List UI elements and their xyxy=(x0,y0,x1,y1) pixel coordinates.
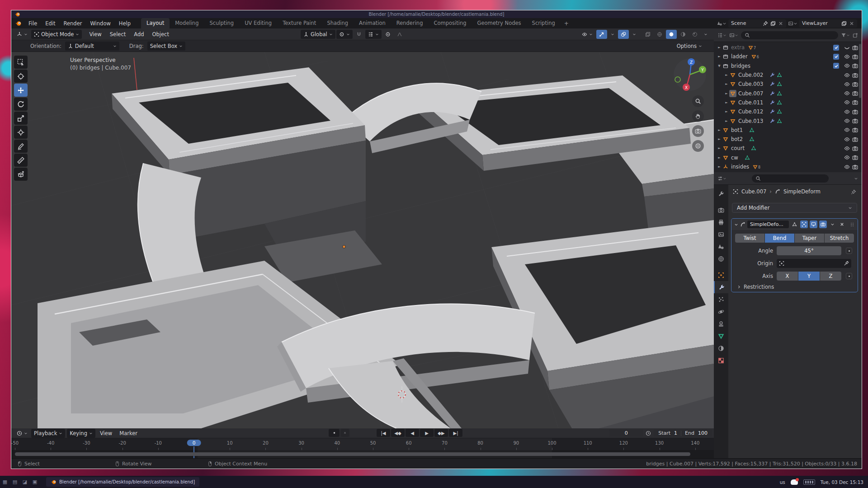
keyboard-layout-indicator[interactable]: us xyxy=(780,479,785,485)
deform-mode-taper[interactable]: Taper xyxy=(795,234,824,243)
add-modifier-button[interactable]: Add Modifier xyxy=(732,203,857,213)
outliner-row[interactable]: ► Cube.011 xyxy=(714,98,862,107)
add-workspace-button[interactable]: + xyxy=(561,19,572,28)
expand-arrow[interactable]: ▼ xyxy=(717,64,722,68)
gizmo-dropdown[interactable] xyxy=(608,30,617,39)
remove-viewlayer-icon[interactable] xyxy=(849,21,854,26)
menu-file[interactable]: File xyxy=(24,19,41,28)
new-collection-button[interactable] xyxy=(853,33,858,38)
visibility-dropdown[interactable] xyxy=(579,30,595,39)
tool-rotate[interactable] xyxy=(14,98,28,111)
tray-widget[interactable] xyxy=(803,479,815,485)
tool-move[interactable] xyxy=(14,84,28,97)
tab-shading[interactable]: Shading xyxy=(321,18,354,28)
end-value[interactable]: 100 xyxy=(698,430,708,436)
tab-geometry-nodes[interactable]: Geometry Nodes xyxy=(472,18,527,28)
prev-keyframe-button[interactable]: ◀◆ xyxy=(391,429,405,437)
current-frame-field[interactable]: 0 xyxy=(609,429,643,437)
delete-modifier-button[interactable] xyxy=(838,221,846,228)
hide-toggle[interactable] xyxy=(843,81,851,87)
outliner-row[interactable]: ► bot2 xyxy=(714,135,862,144)
collapse-chevron-icon[interactable] xyxy=(734,222,738,227)
timeline-scrollbar[interactable] xyxy=(15,452,690,456)
overlays-toggle[interactable] xyxy=(618,30,629,39)
render-visibility-toggle[interactable] xyxy=(851,164,859,170)
shading-wireframe-button[interactable] xyxy=(654,30,665,39)
outliner-row[interactable]: ► Cube.003 xyxy=(714,80,862,89)
hide-toggle[interactable] xyxy=(843,118,851,124)
show-in-editmode-toggle[interactable] xyxy=(791,221,798,228)
hide-toggle[interactable] xyxy=(843,54,851,60)
angle-animate-button[interactable] xyxy=(846,248,852,254)
render-visibility-toggle[interactable] xyxy=(851,45,859,51)
render-visibility-toggle[interactable] xyxy=(851,54,859,60)
tool-scale[interactable] xyxy=(14,112,28,125)
current-frame-indicator[interactable]: 0 xyxy=(187,440,201,446)
render-visibility-toggle[interactable] xyxy=(851,72,859,78)
tool-select-box[interactable] xyxy=(14,56,28,69)
expand-arrow[interactable]: ► xyxy=(717,137,722,141)
tab-scripting[interactable]: Scripting xyxy=(527,18,561,28)
collection-checkbox[interactable] xyxy=(833,63,839,69)
render-visibility-toggle[interactable] xyxy=(851,145,859,151)
breadcrumb-object[interactable]: Cube.007 xyxy=(741,188,766,195)
timeline-menu-playback[interactable]: Playback xyxy=(31,429,65,438)
pan-button[interactable] xyxy=(692,110,704,122)
new-scene-icon[interactable] xyxy=(770,21,776,26)
hide-toggle[interactable] xyxy=(843,99,851,105)
outliner-editor-type-button[interactable] xyxy=(717,33,726,38)
hide-toggle[interactable] xyxy=(843,45,851,51)
deform-mode-stretch[interactable]: Stretch xyxy=(825,234,854,243)
tab-compositing[interactable]: Compositing xyxy=(428,18,472,28)
outliner-row[interactable]: ► Cube.012 xyxy=(714,107,862,116)
orientation-setting-dropdown[interactable]: Default xyxy=(65,42,119,51)
viewlayer-name-field[interactable]: ViewLayer xyxy=(799,19,857,28)
viewport-menu-view[interactable]: View xyxy=(85,30,105,39)
properties-search-field[interactable] xyxy=(752,174,829,183)
outliner-filter-button[interactable] xyxy=(841,33,850,38)
outliner-row[interactable]: ► extra 7 xyxy=(714,43,862,52)
tab-layout[interactable]: Layout xyxy=(141,18,170,28)
outliner-row[interactable]: ► cw xyxy=(714,153,862,162)
auto-keying-button[interactable] xyxy=(329,429,340,437)
expand-arrow[interactable]: ► xyxy=(724,119,729,123)
viewport-menu-select[interactable]: Select xyxy=(106,30,129,39)
properties-search-input[interactable] xyxy=(763,175,825,181)
outliner-row[interactable]: ► Cube.013 xyxy=(714,116,862,125)
tool-transform[interactable] xyxy=(14,126,28,139)
snap-target-dropdown[interactable] xyxy=(365,30,382,39)
discord-icon[interactable] xyxy=(791,479,798,485)
show-realtime-toggle[interactable] xyxy=(810,221,817,228)
new-viewlayer-icon[interactable] xyxy=(841,21,847,26)
properties-options-button[interactable] xyxy=(854,176,858,181)
render-visibility-toggle[interactable] xyxy=(851,155,859,160)
outliner-scrollbar[interactable] xyxy=(859,44,861,98)
expand-arrow[interactable]: ► xyxy=(717,128,722,132)
hide-toggle[interactable] xyxy=(843,136,851,142)
properties-editor-type-button[interactable] xyxy=(717,176,726,181)
next-keyframe-button[interactable]: ◆▶ xyxy=(434,429,448,437)
outliner-row[interactable]: ► ladder 6 xyxy=(714,52,862,61)
tab-modeling[interactable]: Modeling xyxy=(170,18,204,28)
navigation-gizmo[interactable]: Z Y X xyxy=(672,56,708,92)
expand-arrow[interactable]: ► xyxy=(717,55,722,58)
expand-arrow[interactable]: ► xyxy=(724,82,729,86)
properties-tab-world[interactable] xyxy=(714,253,728,265)
jump-to-start-button[interactable]: |◀ xyxy=(377,429,390,437)
properties-tab-object-data[interactable] xyxy=(714,330,728,342)
outliner-display-mode-button[interactable] xyxy=(729,33,738,38)
properties-tab-constraints[interactable] xyxy=(714,318,728,330)
properties-tab-output[interactable] xyxy=(714,216,728,228)
menu-window[interactable]: Window xyxy=(86,19,114,28)
timeline-ruler[interactable]: -50-40-30-20-100102030405060708090100110… xyxy=(11,438,714,450)
show-on-cage-toggle[interactable] xyxy=(800,221,808,228)
expand-arrow[interactable]: ► xyxy=(717,165,722,169)
shading-dropdown[interactable] xyxy=(701,30,710,39)
menu-edit[interactable]: Edit xyxy=(41,19,59,28)
properties-tab-material[interactable] xyxy=(714,342,728,354)
axis-animate-button[interactable] xyxy=(846,273,852,279)
tab-rendering[interactable]: Rendering xyxy=(391,18,429,28)
hide-toggle[interactable] xyxy=(843,155,851,160)
shading-material-button[interactable] xyxy=(678,30,689,39)
overlays-dropdown[interactable] xyxy=(630,30,639,39)
